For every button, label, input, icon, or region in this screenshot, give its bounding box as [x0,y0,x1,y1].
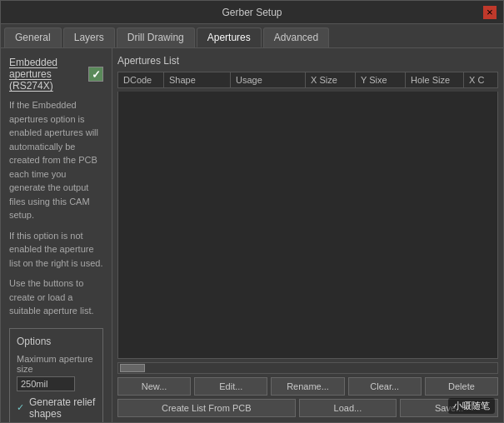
btn-load[interactable]: Load... [299,399,397,417]
table-header: DCodeShapeUsageX SizeY SixeHole SizeX C [117,72,498,88]
description-1: If the Embedded apertures option is enab… [9,98,103,222]
th-ysize: Y Sixe [356,72,406,87]
description-3: Use the buttons to create or load a suit… [9,276,103,318]
options-title: Options [17,336,96,347]
apertures-list-label: Apertures List [117,53,498,68]
check1-icon: ✓ [17,402,24,413]
th-shape: Shape [164,72,231,87]
max-aperture-label: Maximum aperture size [17,354,96,374]
table-body[interactable] [117,92,498,359]
btn-row-2: Create List From PCBLoad...Save... [117,399,498,417]
check1-label[interactable]: Generate relief shapes [29,396,96,420]
embedded-row: Embedded apertures (RS274X) [9,57,103,92]
tab-apertures[interactable]: Apertures [197,27,262,47]
embedded-label: Embedded apertures (RS274X) [9,57,82,92]
tab-general[interactable]: General [4,27,62,47]
th-xsize: X Size [306,72,356,87]
embedded-checkbox[interactable] [88,67,103,82]
btn-rename[interactable]: Rename... [271,377,344,396]
tab-drill_drawing[interactable]: Drill Drawing [117,27,195,47]
max-aperture-input[interactable] [17,376,75,391]
btn-delete[interactable]: Delete [425,377,498,396]
right-panel: Apertures List DCodeShapeUsageX SizeY Si… [112,48,503,422]
max-aperture-row: Maximum aperture size [17,354,96,391]
left-panel: Embedded apertures (RS274X) If the Embed… [1,48,112,422]
close-button[interactable]: × [483,6,497,19]
btn-clear[interactable]: Clear... [348,377,422,396]
scrollbar-thumb[interactable] [120,364,145,372]
btn-create_list[interactable]: Create List From PCB [117,399,296,417]
btn-edit[interactable]: Edit... [194,377,267,396]
th-holesize: Hole Size [406,72,464,87]
tab-advanced[interactable]: Advanced [263,27,329,47]
window-title: Gerber Setup [21,7,483,18]
th-usage: Usage [231,72,306,87]
th-xc: X C [464,72,497,87]
description-2: If this option is not enabled the apertu… [9,229,103,271]
main-window: Gerber Setup × GeneralLayersDrill Drawin… [0,0,504,423]
content-area: Embedded apertures (RS274X) If the Embed… [1,48,503,422]
scrollbar[interactable] [117,362,498,374]
title-bar: Gerber Setup × [1,1,503,24]
check1-row: ✓ Generate relief shapes [17,396,96,420]
bottom-buttons: New...Edit...Rename...Clear...Delete Cre… [117,377,498,417]
btn-save[interactable]: Save... [400,399,498,417]
tab-layers[interactable]: Layers [63,27,115,47]
btn-row-1: New...Edit...Rename...Clear...Delete [117,377,498,396]
options-group: Options Maximum aperture size ✓ Generate… [9,328,103,423]
th-dcode: DCode [118,72,164,87]
btn-new[interactable]: New... [117,377,191,396]
tab-bar: GeneralLayersDrill DrawingAperturesAdvan… [1,24,503,48]
